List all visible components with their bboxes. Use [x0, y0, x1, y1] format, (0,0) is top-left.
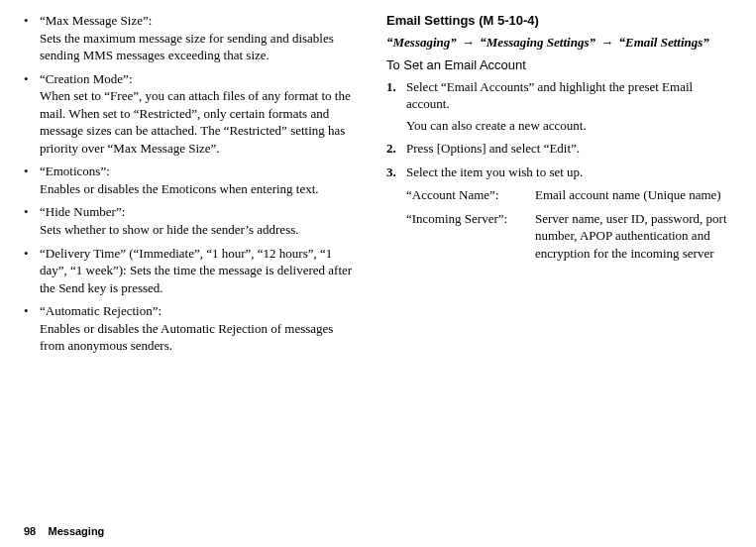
- heading-title: Email Settings: [386, 13, 476, 28]
- breadcrumb: “Messaging” → “Messaging Settings” → “Em…: [386, 34, 732, 52]
- steps-list: 1.Select “Email Accounts” and highlight …: [386, 78, 732, 181]
- definition-term: “Account Name”:: [406, 186, 535, 204]
- list-item: •“Delivery Time” (“Immediate”, “1 hour”,…: [24, 245, 359, 297]
- definition-row: “Incoming Server”:Server name, user ID, …: [406, 210, 732, 263]
- breadcrumb-part: “Email Settings”: [618, 35, 708, 50]
- list-item-body: “Emoticons”:Enables or disables the Emot…: [40, 163, 359, 197]
- step-text: Press [Options] and select “Edit”.: [406, 141, 580, 156]
- list-item-body: “Delivery Time” (“Immediate”, “1 hour”, …: [40, 245, 359, 297]
- left-column: •“Max Message Size”:Sets the maximum mes…: [24, 12, 359, 361]
- arrow-icon: →: [598, 35, 615, 50]
- list-item: •“Automatic Rejection”:Enables or disabl…: [24, 302, 359, 355]
- breadcrumb-part: “Messaging”: [386, 35, 457, 50]
- definition-term: “Incoming Server”:: [406, 210, 535, 263]
- subsection-heading: To Set an Email Account: [386, 56, 732, 74]
- step-item: 2.Press [Options] and select “Edit”.: [386, 140, 732, 158]
- footer-section: Messaging: [48, 525, 104, 537]
- option-title: “Creation Mode”:: [40, 71, 133, 86]
- heading-code: (M 5-10-4): [476, 13, 539, 28]
- breadcrumb-part: “Messaging Settings”: [480, 35, 595, 50]
- option-desc: Sets the maximum message size for sendin…: [40, 31, 334, 63]
- list-item: •“Emoticons”:Enables or disables the Emo…: [24, 163, 359, 197]
- option-title: “Hide Number”:: [40, 204, 125, 219]
- step-text: Select “Email Accounts” and highlight th…: [406, 79, 693, 112]
- step-item: 1.Select “Email Accounts” and highlight …: [386, 78, 732, 135]
- list-item: •“Hide Number”:Sets whether to show or h…: [24, 203, 359, 238]
- list-item-body: “Automatic Rejection”:Enables or disable…: [40, 302, 359, 355]
- step-item: 3.Select the item you wish to set up.: [386, 164, 732, 181]
- definition-desc: Server name, user ID, password, port num…: [535, 210, 732, 263]
- option-desc: When set to “Free”, you can attach files…: [40, 88, 351, 156]
- option-desc: Sets whether to show or hide the sender’…: [40, 222, 299, 237]
- step-number: 1.: [386, 78, 406, 135]
- bullet-icon: •: [24, 302, 40, 355]
- definition-desc: Email account name (Unique name): [535, 186, 732, 204]
- option-title: “Automatic Rejection”:: [40, 303, 162, 318]
- list-item: •“Max Message Size”:Sets the maximum mes…: [24, 12, 359, 64]
- section-heading: Email Settings (M 5-10-4): [386, 12, 732, 30]
- right-column: Email Settings (M 5-10-4) “Messaging” → …: [386, 12, 732, 361]
- bullet-icon: •: [24, 12, 40, 64]
- step-body: Select the item you wish to set up.: [406, 164, 732, 181]
- list-item-body: “Max Message Size”:Sets the maximum mess…: [40, 12, 359, 64]
- option-list: •“Max Message Size”:Sets the maximum mes…: [24, 12, 359, 355]
- bullet-icon: •: [24, 163, 40, 197]
- step-subtext: You can also create a new account.: [406, 117, 732, 135]
- definition-table: “Account Name”:Email account name (Uniqu…: [406, 186, 732, 262]
- list-item-body: “Hide Number”:Sets whether to show or hi…: [40, 203, 359, 238]
- step-number: 3.: [386, 164, 406, 181]
- bullet-icon: •: [24, 70, 40, 158]
- list-item-body: “Creation Mode”:When set to “Free”, you …: [40, 70, 359, 158]
- bullet-icon: •: [24, 203, 40, 238]
- list-item: •“Creation Mode”:When set to “Free”, you…: [24, 70, 359, 158]
- page-footer: 98 Messaging: [24, 524, 104, 539]
- option-desc: Enables or disables the Emoticons when e…: [40, 181, 319, 196]
- step-number: 2.: [386, 140, 406, 158]
- option-title: “Max Message Size”:: [40, 13, 152, 28]
- option-desc: “Delivery Time” (“Immediate”, “1 hour”, …: [40, 246, 352, 295]
- bullet-icon: •: [24, 245, 40, 297]
- option-desc: Enables or disables the Automatic Reject…: [40, 321, 333, 354]
- step-text: Select the item you wish to set up.: [406, 164, 583, 179]
- arrow-icon: →: [460, 35, 477, 50]
- option-title: “Emoticons”:: [40, 164, 110, 178]
- step-body: Press [Options] and select “Edit”.: [406, 140, 732, 158]
- page-number: 98: [24, 525, 36, 537]
- step-body: Select “Email Accounts” and highlight th…: [406, 78, 732, 135]
- definition-row: “Account Name”:Email account name (Uniqu…: [406, 186, 732, 204]
